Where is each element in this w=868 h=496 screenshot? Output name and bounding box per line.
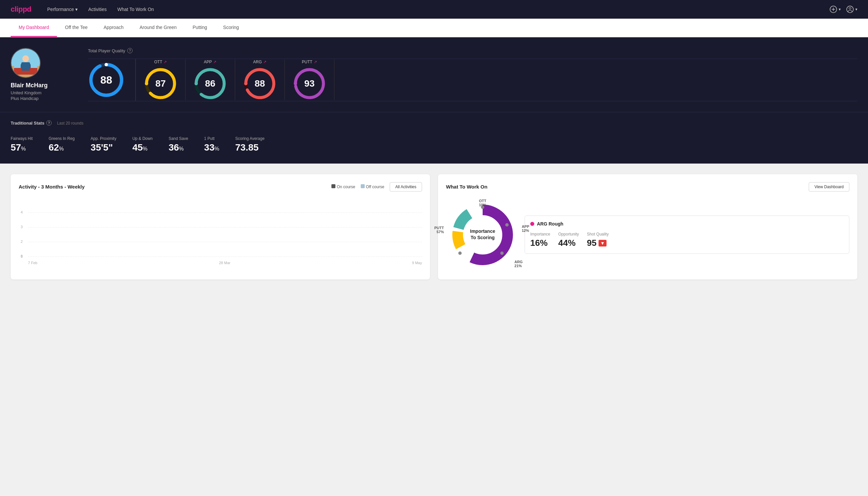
donut-label-arg: ARG21% [515, 260, 523, 268]
putt-score: PUTT ↗ 93 [285, 60, 334, 100]
subnav-putting[interactable]: Putting [185, 19, 215, 37]
putt-score-value: 93 [304, 78, 314, 89]
total-score: 88 [88, 59, 136, 101]
stat-scoring-average: Scoring Average 73.85 [235, 136, 265, 153]
nav-performance[interactable]: Performance ▾ [47, 7, 78, 12]
x-axis-labels: 7 Feb 28 Mar 9 May [28, 261, 422, 265]
svg-point-34 [458, 251, 462, 255]
wtwo-info-card: ARG Rough Importance 16% Opportunity 44%… [525, 216, 849, 254]
arg-score: ARG ↗ 88 [235, 60, 285, 100]
wtwo-card-title: What To Work On [446, 184, 487, 189]
total-ring: 88 [88, 62, 125, 98]
chevron-down-icon: ▾ [839, 7, 841, 12]
help-icon[interactable]: ? [127, 48, 132, 53]
putt-ring: 93 [293, 67, 326, 100]
svg-point-23 [244, 82, 248, 85]
bottom-section: Activity - 3 Months - Weekly On course O… [0, 164, 868, 290]
trend-up-icon: ↗ [163, 60, 167, 64]
total-score-value: 88 [100, 74, 112, 86]
chevron-down-icon: ▾ [75, 7, 78, 12]
donut-label-ott: OTT10% [479, 199, 486, 207]
stat-greens-in-reg: Greens In Reg 62% [49, 136, 75, 153]
nav-activities[interactable]: Activities [88, 7, 107, 12]
ott-ring: 87 [144, 67, 177, 100]
stat-up-and-down: Up & Down 45% [132, 136, 153, 153]
trend-up-icon: ↗ [314, 60, 317, 64]
activity-chart: 4 3 2 1 0 [19, 198, 422, 265]
subnav-scoring[interactable]: Scoring [215, 19, 247, 37]
app-ring: 86 [193, 67, 227, 100]
bar-chart-bars [28, 198, 422, 257]
arg-score-value: 88 [254, 78, 265, 89]
metric-opportunity: Opportunity 44% [558, 232, 579, 248]
player-country: United Kingdom [11, 90, 42, 95]
header: clippd Performance ▾ Activities What To … [0, 0, 868, 19]
app-score-value: 86 [205, 78, 215, 89]
stat-1-putt: 1 Putt 33% [204, 136, 219, 153]
stat-fairways-hit: Fairways Hit 57% [11, 136, 33, 153]
donut-label-app: APP12% [522, 224, 529, 233]
nav-what-to-work-on[interactable]: What To Work On [117, 7, 154, 12]
donut-label-putt: PUTT57% [434, 226, 444, 234]
subnav-off-the-tee[interactable]: Off the Tee [57, 19, 96, 37]
stats-title: Traditional Stats ? [11, 120, 52, 126]
activity-card-title: Activity - 3 Months - Weekly [19, 184, 84, 189]
scores-container: Total Player Quality ? 88 [88, 48, 857, 101]
svg-rect-11 [21, 62, 30, 71]
stats-grid: Fairways Hit 57% Greens In Reg 62% App. … [11, 136, 857, 153]
subnav-around-the-green[interactable]: Around the Green [131, 19, 185, 37]
subnav-approach[interactable]: Approach [96, 19, 131, 37]
app-score: APP ↗ 86 [186, 60, 235, 100]
info-card-metrics: Importance 16% Opportunity 44% Shot Qual… [530, 232, 844, 248]
wtwo-content: Importance To Scoring OTT10% APP12% ARG2… [446, 198, 849, 272]
dashboard-hero: Blair McHarg United Kingdom Plus Handica… [0, 37, 868, 112]
user-menu[interactable]: ▾ [846, 5, 857, 13]
svg-point-26 [294, 82, 297, 85]
svg-point-17 [145, 82, 148, 85]
stat-sand-save: Sand Save 36% [169, 136, 188, 153]
info-card-title: ARG Rough [530, 221, 844, 227]
player-info: Blair McHarg United Kingdom Plus Handica… [11, 48, 77, 101]
help-icon[interactable]: ? [46, 120, 52, 126]
pink-dot-icon [530, 222, 534, 226]
player-name: Blair McHarg [11, 82, 48, 89]
player-handicap: Plus Handicap [11, 96, 38, 101]
donut-center-label: Importance To Scoring [470, 228, 495, 241]
view-dashboard-button[interactable]: View Dashboard [809, 182, 849, 191]
svg-point-4 [849, 7, 851, 9]
svg-point-6 [22, 55, 29, 62]
metric-importance: Importance 16% [530, 232, 550, 248]
ott-score-value: 87 [155, 78, 165, 89]
traditional-stats-section: Traditional Stats ? Last 20 rounds Fairw… [0, 112, 868, 164]
all-activities-button[interactable]: All Activities [390, 182, 422, 191]
subnav-my-dashboard[interactable]: My Dashboard [11, 19, 57, 37]
ott-score: OTT ↗ 87 [136, 60, 186, 100]
stat-app-proximity: App. Proximity 35'5" [91, 136, 116, 153]
category-scores: OTT ↗ 87 APP [136, 59, 334, 101]
metric-shot-quality: Shot Quality 95 ▼ [587, 232, 609, 248]
chart-legend: On course Off course [331, 184, 384, 189]
svg-point-33 [500, 251, 504, 255]
trend-down-badge: ▼ [599, 240, 606, 247]
svg-point-20 [194, 82, 198, 85]
chevron-down-icon: ▾ [855, 7, 857, 12]
what-to-work-on-card: What To Work On View Dashboard [438, 174, 857, 279]
trend-up-icon: ↗ [213, 60, 217, 64]
donut-chart-container: Importance To Scoring OTT10% APP12% ARG2… [446, 198, 519, 272]
stats-subtitle: Last 20 rounds [57, 121, 83, 126]
avatar [11, 48, 41, 78]
total-quality-label: Total Player Quality ? [88, 48, 857, 53]
trend-up-icon: ↗ [263, 60, 267, 64]
subnav: My Dashboard Off the Tee Approach Around… [0, 19, 868, 37]
activity-card-header: Activity - 3 Months - Weekly On course O… [19, 182, 422, 191]
wtwo-card-header: What To Work On View Dashboard [446, 182, 849, 191]
header-actions: ▾ ▾ [830, 5, 857, 13]
add-button[interactable]: ▾ [830, 5, 841, 13]
activity-card: Activity - 3 Months - Weekly On course O… [11, 174, 430, 279]
arg-ring: 88 [243, 67, 277, 100]
main-nav: Performance ▾ Activities What To Work On [47, 7, 154, 12]
app-logo[interactable]: clippd [11, 5, 31, 14]
svg-point-14 [105, 63, 108, 66]
svg-point-32 [505, 223, 509, 227]
